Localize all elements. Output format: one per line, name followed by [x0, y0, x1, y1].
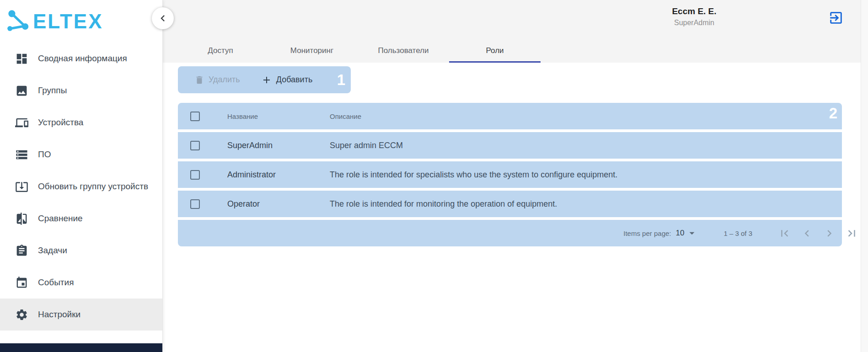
role-description: The role is intended for specialists who… — [330, 170, 842, 180]
eltex-logo-text: ELTEX — [33, 10, 103, 33]
storage-icon — [15, 148, 28, 161]
tab-users[interactable]: Пользователи — [358, 38, 449, 63]
sidebar-item-label: Сводная информация — [38, 53, 127, 64]
eltex-logo-icon — [6, 9, 30, 34]
sidebar-collapse-button[interactable] — [152, 7, 174, 29]
tab-monitoring[interactable]: Мониторинг — [266, 38, 358, 63]
tab-access[interactable]: Доступ — [175, 38, 266, 63]
sidebar-item-groups[interactable]: Группы — [0, 75, 162, 107]
sidebar-item-tasks[interactable]: Задачи — [0, 235, 162, 267]
user-role: SuperAdmin — [648, 19, 740, 27]
roles-table: Название Описание 2 SuperAdmin Super adm… — [178, 103, 842, 246]
app-root: ELTEX Сводная информация Группы Устройст… — [0, 0, 868, 352]
sidebar-item-devices[interactable]: Устройства — [0, 107, 162, 139]
sidebar-item-update-group[interactable]: Обновить группу устройств — [0, 171, 162, 203]
last-page-button[interactable] — [845, 227, 858, 240]
page-size-select[interactable]: 10 — [676, 227, 698, 239]
sidebar-item-summary[interactable]: Сводная информация — [0, 43, 162, 75]
items-per-page-label: Items per page: — [623, 229, 671, 237]
top-header: Eccm E. E. SuperAdmin Доступ Мониторинг … — [163, 0, 868, 63]
role-description: Super admin ECCM — [330, 141, 842, 150]
first-page-icon — [778, 227, 791, 240]
tab-label: Доступ — [208, 46, 233, 55]
select-all-checkbox[interactable] — [190, 112, 200, 121]
user-info: Eccm E. E. SuperAdmin — [648, 6, 740, 27]
role-name: Operator — [227, 199, 330, 209]
tab-bar: Доступ Мониторинг Пользователи Роли — [175, 38, 541, 63]
role-description: The role is intended for monitoring the … — [330, 199, 842, 209]
sidebar-item-label: Задачи — [38, 245, 67, 256]
role-name: SuperAdmin — [227, 141, 330, 150]
sidebar-item-label: События — [38, 277, 74, 288]
scrollbar-track[interactable] — [861, 0, 868, 352]
sidebar-footer-bar — [0, 343, 162, 352]
sidebar-item-label: Группы — [38, 85, 67, 96]
first-page-button[interactable] — [778, 227, 791, 240]
paginator: Items per page: 10 1 – 3 of 3 — [178, 220, 842, 246]
tasks-icon — [15, 244, 28, 257]
role-name: Administrator — [227, 170, 330, 180]
image-icon — [15, 84, 28, 97]
column-header-name: Название — [227, 112, 330, 120]
tab-label: Роли — [486, 46, 504, 55]
user-name: Eccm E. E. — [648, 6, 740, 16]
tab-label: Мониторинг — [290, 46, 333, 55]
delete-button-label: Удалить — [209, 75, 240, 85]
sidebar-item-label: Сравнение — [38, 213, 83, 224]
logout-button[interactable] — [828, 10, 845, 27]
sidebar-item-label: Настройки — [38, 309, 80, 320]
caret-down-icon — [686, 227, 698, 239]
sidebar-menu: Сводная информация Группы Устройства ПО — [0, 43, 162, 331]
sidebar-item-label: Устройства — [38, 117, 83, 128]
dashboard-icon — [15, 52, 28, 65]
sidebar-item-settings[interactable]: Настройки — [0, 299, 162, 331]
row-checkbox[interactable] — [190, 199, 200, 209]
column-header-description: Описание — [330, 112, 842, 120]
sidebar: ELTEX Сводная информация Группы Устройст… — [0, 0, 163, 352]
page-range-label: 1 – 3 of 3 — [723, 229, 752, 237]
add-button-label: Добавить — [276, 75, 313, 85]
page-size-value: 10 — [676, 229, 685, 238]
table-row[interactable]: Administrator The role is intended for s… — [178, 161, 842, 188]
previous-page-button[interactable] — [800, 227, 814, 240]
sidebar-item-software[interactable]: ПО — [0, 139, 162, 171]
trash-icon — [194, 75, 204, 85]
annotation-number-2: 2 — [829, 106, 837, 121]
table-header-row: Название Описание 2 — [178, 103, 842, 129]
tab-roles[interactable]: Роли — [449, 38, 541, 63]
gear-icon — [15, 308, 28, 321]
roles-toolbar: Удалить Добавить 1 — [178, 66, 351, 93]
table-row[interactable]: Operator The role is intended for monito… — [178, 191, 842, 217]
next-page-button[interactable] — [823, 227, 836, 240]
row-checkbox[interactable] — [190, 170, 200, 180]
chevron-right-icon — [823, 227, 836, 240]
delete-button[interactable]: Удалить — [194, 75, 240, 85]
last-page-icon — [845, 227, 858, 240]
chevron-left-icon — [156, 12, 169, 25]
row-checkbox[interactable] — [190, 141, 200, 150]
tab-label: Пользователи — [378, 46, 429, 55]
system-update-icon — [15, 180, 28, 193]
sidebar-item-label: Обновить группу устройств — [38, 181, 148, 192]
annotation-number-1: 1 — [337, 72, 345, 87]
sidebar-item-label: ПО — [38, 149, 51, 160]
sidebar-item-compare[interactable]: Сравнение — [0, 203, 162, 235]
roles-page: Удалить Добавить 1 Название Описание 2 S… — [163, 63, 868, 352]
exit-to-app-icon — [828, 10, 844, 27]
compare-icon — [15, 212, 28, 225]
calendar-icon — [15, 276, 28, 289]
add-button[interactable]: Добавить — [261, 75, 313, 85]
eltex-logo: ELTEX — [0, 0, 162, 43]
chevron-left-icon — [800, 227, 814, 240]
devices-icon — [15, 116, 28, 129]
sidebar-item-events[interactable]: События — [0, 267, 162, 299]
plus-icon — [261, 75, 272, 85]
table-row[interactable]: SuperAdmin Super admin ECCM — [178, 132, 842, 159]
